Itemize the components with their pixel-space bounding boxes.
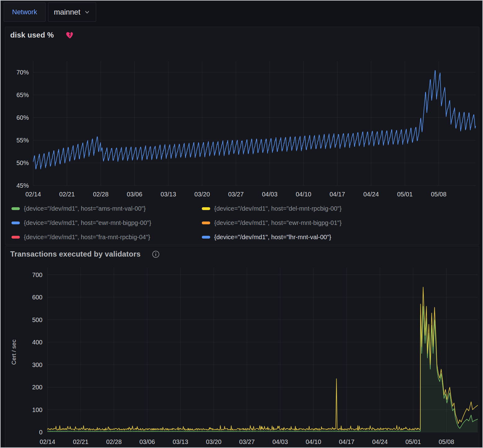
network-variable-value: mainnet: [54, 8, 80, 16]
axis-tick-labels: 45%50%55%60%65%70%02/1402/2102/2803/0603…: [16, 69, 446, 198]
x-tick-label: 03/13: [173, 438, 188, 445]
grafana-dashboard: Network mainnet disk used % 45%50%55%60%…: [0, 0, 483, 448]
x-tick-label: 05/01: [397, 191, 413, 198]
x-tick-label: 04/10: [296, 191, 311, 198]
network-variable-select[interactable]: mainnet: [48, 2, 96, 22]
y-tick-label: 200: [32, 384, 42, 391]
x-tick-label: 05/08: [439, 438, 454, 445]
legend-swatch-fra-mnt-rpcbig-04: [11, 236, 20, 239]
legend-swatch-del-mnt-rpcbig-00: [202, 207, 210, 210]
y-tick-label: 500: [32, 316, 42, 323]
x-tick-label: 02/14: [40, 438, 55, 445]
panel-title-transactions: Transactions executed by validators: [10, 250, 141, 258]
y-tick-label: 0: [39, 429, 42, 436]
x-tick-label: 04/03: [273, 438, 288, 445]
x-tick-label: 02/28: [93, 191, 109, 198]
x-tick-label: 04/03: [262, 191, 277, 198]
y-tick-label: 700: [32, 271, 42, 278]
legend-item-ewr-mnt-bigpg-00[interactable]: {device="/dev/md1", host="ewr-mnt-bigpg-…: [11, 219, 189, 226]
legend-swatch-lhr-mnt-val-00: [202, 236, 210, 239]
y-tick-label: 65%: [16, 92, 29, 98]
legend-label-ewr-mnt-bigpg-00: {device="/dev/md1", host="ewr-mnt-bigpg-…: [24, 219, 151, 226]
x-tick-label: 02/21: [73, 438, 88, 445]
panel-disk-used: disk used % 45%50%55%60%65%70%02/1402/21…: [5, 27, 479, 245]
disk-used-chart[interactable]: 45%50%55%60%65%70%02/1402/2102/2803/0603…: [5, 57, 480, 204]
x-tick-label: 03/20: [206, 438, 221, 445]
panel-transactions: Transactions executed by validators Cert…: [5, 246, 479, 447]
y-tick-label: 55%: [16, 137, 29, 144]
grid-lines: [47, 268, 478, 432]
x-tick-label: 03/27: [228, 191, 244, 198]
x-tick-label: 04/10: [306, 438, 321, 445]
x-tick-label: 03/27: [239, 438, 255, 445]
x-tick-label: 03/20: [194, 191, 210, 198]
panel-transactions-header: Transactions executed by validators: [10, 249, 160, 260]
disk-used-legend: {device="/dev/md1", host="ams-mnt-val-00…: [11, 201, 476, 244]
network-variable-label: Network: [4, 2, 46, 22]
x-tick-label: 04/17: [330, 191, 345, 198]
legend-label-ams-mnt-val-00: {device="/dev/md1", host="ams-mnt-val-00…: [24, 205, 146, 212]
legend-row: {device="/dev/md1", host="ams-mnt-val-00…: [11, 201, 476, 216]
y-tick-label: 70%: [16, 69, 29, 76]
heart-break-alert-icon: [66, 31, 74, 39]
legend-label-lhr-mnt-val-00: {device="/dev/md1", host="lhr-mnt-val-00…: [214, 234, 331, 241]
y-tick-label: 100: [32, 406, 42, 413]
legend-label-ewr-mnt-bigpg-01: {device="/dev/md1", host="ewr-mnt-bigpg-…: [214, 219, 342, 226]
series-line-lhr-mnt-val-00: [33, 70, 476, 169]
legend-label-del-mnt-rpcbig-00: {device="/dev/md1", host="del-mnt-rpcbig…: [214, 205, 342, 212]
x-tick-label: 02/21: [59, 191, 75, 198]
legend-swatch-ams-mnt-val-00: [11, 207, 20, 210]
y-tick-label: 600: [32, 294, 42, 301]
x-tick-label: 03/13: [161, 191, 176, 198]
y-tick-label: 50%: [16, 159, 29, 166]
panel-disk-used-header: disk used %: [10, 29, 74, 41]
legend-swatch-ewr-mnt-bigpg-00: [11, 222, 20, 224]
x-tick-label: 04/24: [372, 438, 388, 445]
axis-tick-labels: 010020030040050060070002/1402/2102/2803/…: [32, 271, 454, 446]
transactions-chart[interactable]: 010020030040050060070002/1402/2102/2803/…: [5, 265, 480, 447]
legend-row: {device="/dev/md1", host="fra-mnt-rpcbig…: [11, 230, 476, 244]
dashboard-variables-bar: Network mainnet: [4, 2, 96, 22]
y-tick-label: 300: [32, 361, 42, 368]
y-tick-label: 60%: [16, 114, 29, 121]
x-tick-label: 05/08: [431, 191, 446, 198]
legend-item-lhr-mnt-val-00[interactable]: {device="/dev/md1", host="lhr-mnt-val-00…: [202, 234, 331, 241]
legend-item-ams-mnt-val-00[interactable]: {device="/dev/md1", host="ams-mnt-val-00…: [11, 205, 189, 212]
x-tick-label: 04/17: [339, 438, 354, 445]
x-tick-label: 03/06: [140, 438, 155, 445]
network-variable-label-text: Network: [12, 8, 37, 16]
x-tick-label: 05/01: [405, 438, 421, 445]
info-circle-icon[interactable]: [152, 250, 160, 258]
y-tick-label: 400: [32, 339, 42, 346]
chevron-down-icon: [84, 9, 90, 15]
legend-row: {device="/dev/md1", host="ewr-mnt-bigpg-…: [11, 216, 476, 230]
x-tick-label: 04/24: [363, 191, 379, 198]
legend-item-fra-mnt-rpcbig-04[interactable]: {device="/dev/md1", host="fra-mnt-rpcbig…: [11, 234, 189, 241]
x-tick-label: 03/06: [127, 191, 142, 198]
y-tick-label: 45%: [16, 182, 29, 189]
legend-label-fra-mnt-rpcbig-04: {device="/dev/md1", host="fra-mnt-rpcbig…: [24, 234, 150, 241]
legend-item-ewr-mnt-bigpg-01[interactable]: {device="/dev/md1", host="ewr-mnt-bigpg-…: [202, 219, 342, 226]
x-tick-label: 02/28: [106, 438, 122, 445]
grid-lines: [33, 61, 476, 186]
legend-swatch-ewr-mnt-bigpg-01: [202, 222, 210, 224]
x-tick-label: 02/14: [25, 191, 41, 198]
legend-item-del-mnt-rpcbig-00[interactable]: {device="/dev/md1", host="del-mnt-rpcbig…: [202, 205, 342, 212]
panel-title-disk-used: disk used %: [10, 31, 54, 39]
